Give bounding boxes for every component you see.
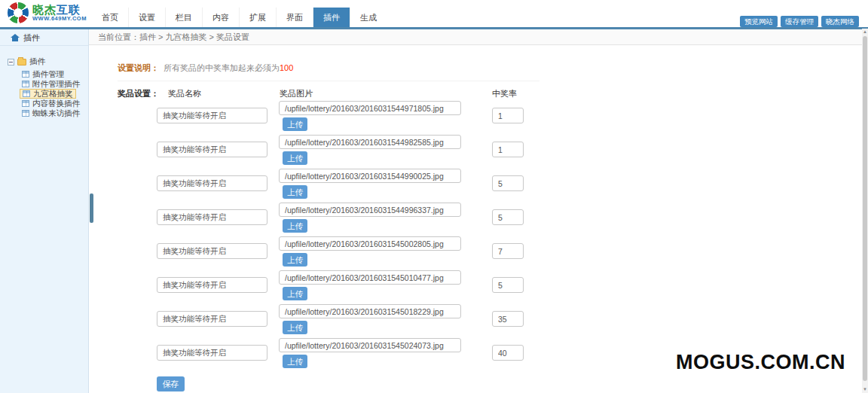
nav-tab[interactable]: 插件 [313,8,350,27]
upload-button[interactable]: 上传 [283,117,307,131]
nav-tab[interactable]: 内容 [202,8,239,27]
win-rate-input[interactable] [492,311,524,327]
prize-name-input[interactable] [157,108,267,123]
win-rate-input[interactable] [492,142,524,157]
prize-row: 上传 [118,270,868,304]
prize-image-path-input[interactable] [279,270,461,285]
prize-name-input[interactable] [157,345,267,361]
nav-tab-label: 栏目 [176,13,192,22]
nav-tab[interactable]: 栏目 [165,8,202,27]
watermark: MOGUS.COM.CN [676,351,845,374]
prize-image-path-input[interactable] [279,203,461,217]
prize-image-path-input[interactable] [279,101,461,115]
win-rate-input[interactable] [492,108,524,123]
prize-rows: 上传 上传 上传 上传 上传 上传 上传 上传 [118,101,868,372]
nav-tab[interactable]: 设置 [128,8,165,27]
tree-item-label: 内容替换插件 [32,99,80,109]
prize-name-input[interactable] [157,243,267,259]
grid-icon [22,81,29,87]
quick-button[interactable]: 预览网站 [740,16,778,27]
tree-item[interactable]: 内容替换插件 [20,99,82,108]
prize-name-input[interactable] [157,209,267,225]
tree-root[interactable]: 插件 [8,56,88,67]
prize-row: 上传 [118,236,868,270]
prize-image-path-input[interactable] [279,135,461,149]
prize-row: 上传 [118,101,868,135]
form-header: 奖品设置： 奖品名称 奖品图片 中奖率 [118,88,868,99]
top-bar: 晓杰互联 WWW.649MY.COM 首页设置栏目内容扩展界面插件生成 预览网站… [0,0,868,27]
prize-row: 上传 [118,135,868,169]
prize-settings-form: 设置说明：所有奖品的中奖率加起来必须为100 奖品设置： 奖品名称 奖品图片 中… [89,62,868,391]
prize-image-path-input[interactable] [279,169,461,183]
collapse-toggle-icon[interactable] [8,59,14,66]
prize-name-input[interactable] [157,311,267,327]
upload-button[interactable]: 上传 [283,219,307,233]
win-rate-input[interactable] [492,209,524,225]
breadcrumb: 当前位置：插件 > 九宫格抽奖 > 奖品设置 [89,29,868,45]
nav-tab-label: 内容 [212,13,229,22]
upload-button[interactable]: 上传 [283,253,307,267]
scroll-down-icon[interactable]: ▼ [862,386,868,393]
sidebar-header: 插件 [0,29,88,46]
scroll-thumb[interactable] [863,36,867,381]
home-icon [11,34,20,41]
upload-button[interactable]: 上传 [283,355,307,368]
main-nav: 首页设置栏目内容扩展界面插件生成 [92,8,387,27]
tree-item-label: 附件管理插件 [32,79,80,90]
tree-item-label: 九宫格抽奖 [33,89,73,99]
tree-items: 插件管理 附件管理插件 九宫格抽奖 内容替换插件 蜘蛛来访插件 [8,69,88,118]
nav-tab[interactable]: 扩展 [239,8,276,27]
brand-name: 晓杰互联 [32,4,87,16]
nav-tab[interactable]: 界面 [276,8,313,27]
prize-row: 上传 [118,203,868,236]
brand-text: 晓杰互联 WWW.649MY.COM [32,4,87,22]
quick-button[interactable]: 缓存管理 [781,16,818,27]
win-rate-input[interactable] [492,345,524,361]
col-image-header: 奖品图片 [280,88,313,99]
section-label: 奖品设置： [118,88,159,99]
folder-icon [17,59,26,66]
tree-item[interactable]: 九宫格抽奖 [20,89,76,99]
nav-tab[interactable]: 生成 [350,8,387,27]
prize-image-path-input[interactable] [279,338,461,352]
brand-site-url: WWW.649MY.COM [32,16,87,22]
upload-button[interactable]: 上传 [283,321,307,334]
page: 晓杰互联 WWW.649MY.COM 首页设置栏目内容扩展界面插件生成 预览网站… [0,0,868,393]
scroll-up-icon[interactable]: ▲ [862,29,868,35]
quick-button[interactable]: 晓杰网络 [821,16,859,27]
win-rate-input[interactable] [492,277,524,293]
sidebar-collapse-handle[interactable] [90,193,93,223]
upload-button[interactable]: 上传 [283,151,307,165]
prize-name-input[interactable] [157,277,267,293]
tree-item[interactable]: 蜘蛛来访插件 [20,108,82,118]
prize-name-input[interactable] [157,142,267,157]
brand-logo[interactable]: 晓杰互联 WWW.649MY.COM [8,2,87,23]
note-text: 所有奖品的中奖率加起来必须为 [164,63,280,72]
sidebar: 插件 插件 插件管理 附件管理插件 九宫格抽奖 内容替换插件 蜘蛛来访插件 [0,29,89,393]
prize-name-input[interactable] [157,175,267,191]
scrollbar[interactable]: ▲ ▼ [862,29,868,393]
grid-icon [23,90,30,97]
tree-item-label: 蜘蛛来访插件 [32,108,80,119]
tree-item[interactable]: 附件管理插件 [20,79,82,89]
upload-button[interactable]: 上传 [283,287,307,300]
col-name-header: 奖品名称 [168,88,201,99]
win-rate-input[interactable] [492,175,524,191]
nav-tab[interactable]: 首页 [92,8,128,27]
win-rate-input[interactable] [492,243,524,259]
breadcrumb-path: 插件 > 九宫格抽奖 > 奖品设置 [139,32,249,41]
upload-button[interactable]: 上传 [283,185,307,199]
prize-row: 上传 [118,304,868,338]
save-button[interactable]: 保存 [157,376,185,391]
nav-tab-label: 首页 [102,13,118,22]
prize-image-path-input[interactable] [279,236,461,251]
col-rate-header: 中奖率 [492,88,517,99]
nav-tab-label: 界面 [286,13,303,22]
nav-tab-label: 插件 [323,13,340,22]
sidebar-title: 插件 [23,29,40,46]
prize-image-path-input[interactable] [279,304,461,318]
tree-item[interactable]: 插件管理 [20,69,66,79]
note-value: 100 [280,63,293,72]
grid-icon [22,100,29,107]
grid-icon [22,71,29,78]
